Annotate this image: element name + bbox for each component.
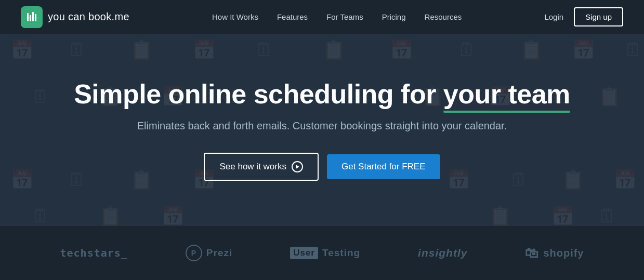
hero-content: Simple online scheduling for your team E… — [74, 79, 570, 181]
svg-rect-0 — [27, 13, 29, 21]
bg-icon-5: 🗓 — [255, 39, 273, 61]
nav-link-pricing[interactable]: Pricing — [382, 12, 406, 21]
hero-title: Simple online scheduling for your team — [74, 79, 570, 110]
play-icon — [292, 161, 303, 172]
prezi-label: Prezi — [206, 247, 232, 259]
navbar: you can book.me How It Works Features Fo… — [0, 0, 644, 34]
bg-icon-33: 🗓 — [598, 205, 616, 226]
svg-rect-1 — [30, 15, 31, 21]
bg-icon-8: 🗓 — [457, 39, 476, 61]
trust-logo-techstars: techstars_ — [60, 247, 127, 259]
nav-link-features[interactable]: Features — [277, 12, 308, 21]
bg-icon-27: 📅 — [613, 169, 637, 191]
brand-logo-icon — [21, 6, 43, 28]
login-link[interactable]: Login — [544, 12, 563, 21]
prezi-circle-icon: P — [186, 245, 202, 261]
insightly-label: insightly — [418, 247, 467, 259]
bg-icon-31: 📋 — [489, 205, 512, 226]
hero-title-highlight: your team — [443, 79, 570, 110]
bg-icon-28: 🗓 — [31, 205, 50, 226]
nav-item-pricing[interactable]: Pricing — [382, 12, 406, 22]
svg-rect-3 — [35, 14, 36, 21]
bg-icon-19: 📋 — [598, 86, 621, 108]
brand[interactable]: you can book.me — [21, 6, 129, 28]
nav-link-how-it-works[interactable]: How It Works — [212, 12, 258, 21]
trust-logo-shopify: 🛍 shopify — [525, 245, 584, 261]
bg-icon-3: 📋 — [130, 39, 153, 61]
bg-icon-9: 📋 — [520, 39, 543, 61]
bg-icon-7: 📅 — [390, 39, 413, 61]
bg-icon-30: 📅 — [161, 205, 185, 226]
nav-item-resources[interactable]: Resources — [425, 12, 462, 22]
user-box-icon: User — [290, 247, 318, 259]
navbar-actions: Login Sign up — [544, 7, 623, 26]
trust-logo-usertesting: UserTesting — [290, 247, 360, 259]
see-how-btn-label: See how it works — [219, 162, 286, 172]
bg-icon-32: 📅 — [551, 205, 574, 226]
hero-subtitle: Eliminates back and forth emails. Custom… — [74, 120, 570, 132]
bg-icon-29: 📋 — [99, 205, 122, 226]
hero-title-text: Simple online scheduling for — [74, 79, 443, 109]
hero-section: 📅 🗓 📋 📅 🗓 📋 📅 🗓 📋 📅 🗓 🗓 📋 📅 🗓 📋 📅 🗓 📋 📅 … — [0, 34, 644, 226]
bg-icon-12: 🗓 — [31, 86, 50, 108]
signup-button[interactable]: Sign up — [574, 7, 623, 26]
nav-item-for-teams[interactable]: For Teams — [326, 12, 363, 22]
bg-icon-20: 📅 — [10, 169, 34, 191]
svg-rect-2 — [32, 12, 34, 21]
trust-logo-prezi: P Prezi — [186, 245, 232, 261]
nav-link-resources[interactable]: Resources — [425, 12, 462, 21]
bg-icon-10: 📅 — [572, 39, 595, 61]
testing-label: Testing — [322, 247, 360, 259]
bg-icon-6: 📋 — [322, 39, 346, 61]
brand-name: you can book.me — [48, 11, 129, 23]
get-started-button[interactable]: Get Started for FREE — [327, 154, 440, 179]
main-nav: How It Works Features For Teams Pricing … — [212, 12, 462, 22]
bg-icon-11: 🗓 — [624, 39, 642, 61]
nav-item-how-it-works[interactable]: How It Works — [212, 12, 258, 22]
bg-icon-2: 🗓 — [68, 39, 86, 61]
shopify-label: shopify — [543, 247, 584, 259]
shopify-bag-icon: 🛍 — [525, 245, 539, 261]
nav-link-for-teams[interactable]: For Teams — [326, 12, 363, 21]
nav-item-features[interactable]: Features — [277, 12, 308, 22]
hero-buttons: See how it works Get Started for FREE — [74, 153, 570, 181]
trust-logo-insightly: insightly — [418, 247, 467, 259]
see-how-it-works-button[interactable]: See how it works — [204, 153, 319, 181]
trust-bar: techstars_ P Prezi UserTesting insightly… — [0, 226, 644, 280]
bg-icon-4: 📅 — [192, 39, 216, 61]
techstars-label: techstars_ — [60, 247, 127, 259]
bg-icon-1: 📅 — [10, 39, 34, 61]
